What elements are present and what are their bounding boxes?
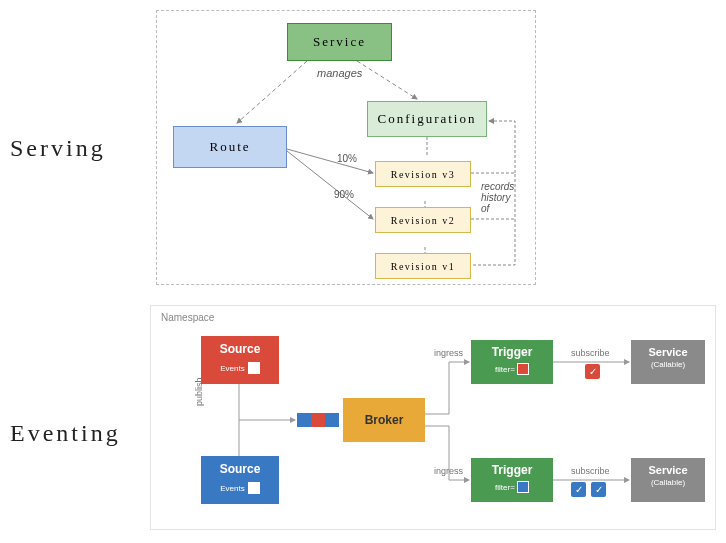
namespace-label: Namespace	[161, 312, 214, 323]
trigger-red-node: Trigger filter=	[471, 340, 553, 384]
events-label: Events	[220, 484, 244, 493]
eventing-diagram: Namespace Source Events Source Events	[150, 305, 716, 530]
callable-label: (Callable)	[631, 360, 705, 369]
filter-label: filter=	[495, 483, 515, 492]
source-red-node: Source Events	[201, 336, 279, 384]
service-label: Service	[648, 346, 687, 358]
filter-label: filter=	[495, 365, 515, 374]
serving-diagram: Service Route Configuration Revision v3 …	[156, 10, 536, 285]
revision-v3-node: Revision v3	[375, 161, 471, 187]
subscribe-label: subscribe	[571, 466, 610, 476]
route-node: Route	[173, 126, 287, 168]
revision-v1-node: Revision v1	[375, 253, 471, 279]
trigger-label: Trigger	[492, 463, 533, 477]
trigger-label: Trigger	[492, 345, 533, 359]
ingress-label: ingress	[434, 466, 463, 476]
queue-event-blue	[297, 413, 311, 427]
records-history-label: records history of	[481, 181, 514, 214]
svg-line-0	[237, 61, 307, 123]
check-blue-badge: ✓	[571, 482, 586, 497]
eventing-section-label: Eventing	[10, 420, 121, 447]
source-label: Source	[220, 342, 261, 356]
filter-blue-icon	[517, 481, 529, 493]
trigger-blue-node: Trigger filter=	[471, 458, 553, 502]
queue-event-blue	[325, 413, 339, 427]
svg-line-3	[287, 151, 373, 219]
source-label: Source	[220, 462, 261, 476]
queue-event-red	[311, 413, 325, 427]
svg-line-1	[357, 61, 417, 99]
source-blue-node: Source Events	[201, 456, 279, 504]
filter-red-icon	[517, 363, 529, 375]
configuration-node: Configuration	[367, 101, 487, 137]
check-blue-badge: ✓	[591, 482, 606, 497]
check-red-badge: ✓	[585, 364, 600, 379]
service-label: Service	[648, 464, 687, 476]
traffic-90pct-label: 90%	[334, 189, 354, 200]
ingress-label: ingress	[434, 348, 463, 358]
service-node: Service	[287, 23, 392, 61]
broker-node: Broker	[343, 398, 425, 442]
revision-v2-node: Revision v2	[375, 207, 471, 233]
manages-label: manages	[317, 67, 362, 79]
publish-label: publish	[194, 377, 204, 406]
svg-line-2	[287, 149, 373, 173]
subscribe-label: subscribe	[571, 348, 610, 358]
serving-section-label: Serving	[10, 135, 106, 162]
traffic-10pct-label: 10%	[337, 153, 357, 164]
events-label: Events	[220, 364, 244, 373]
event-icon	[248, 362, 260, 374]
service-callable-2-node: Service (Callable)	[631, 458, 705, 502]
service-callable-1-node: Service (Callable)	[631, 340, 705, 384]
callable-label: (Callable)	[631, 478, 705, 487]
event-icon	[248, 482, 260, 494]
